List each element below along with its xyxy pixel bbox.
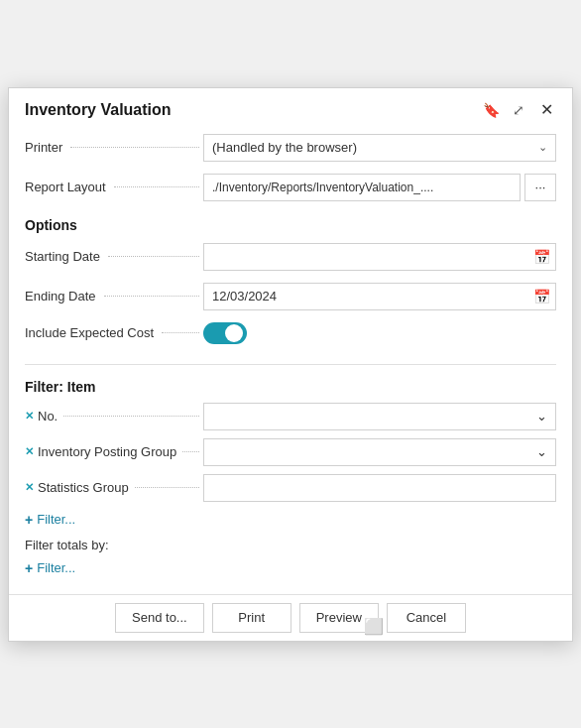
filter-no-dots xyxy=(63,416,199,417)
close-icon[interactable]: ✕ xyxy=(536,100,556,120)
add-item-filter-label: Filter... xyxy=(37,512,75,527)
filter-ipg-select[interactable]: ⌄ xyxy=(203,438,556,466)
add-item-filter-link[interactable]: + Filter... xyxy=(25,506,556,534)
add-totals-filter-link[interactable]: + Filter... xyxy=(25,554,556,582)
filter-sg-label: Statistics Group xyxy=(38,480,129,495)
starting-date-dots xyxy=(108,256,199,257)
dialog-body: Printer (Handled by the browser) ⌄ Repor… xyxy=(9,128,572,594)
printer-select[interactable]: (Handled by the browser) ⌄ xyxy=(203,134,556,162)
ending-date-calendar-icon[interactable]: 📅 xyxy=(533,289,550,304)
report-layout-label: Report Layout xyxy=(25,180,203,194)
include-expected-cost-row: Include Expected Cost xyxy=(25,316,556,350)
filter-no-row: ✕ No. ⌄ xyxy=(25,399,556,434)
include-expected-cost-label: Include Expected Cost xyxy=(25,325,203,340)
toggle-knob xyxy=(225,324,243,342)
report-layout-row: Report Layout ./Inventory/Reports/Invent… xyxy=(25,168,556,207)
filter-no-select[interactable]: ⌄ xyxy=(203,403,556,430)
filter-ipg-remove-icon[interactable]: ✕ xyxy=(25,445,34,458)
add-totals-filter-plus-icon: + xyxy=(25,560,33,576)
filter-sg-label-wrapper: ✕ Statistics Group xyxy=(25,480,203,495)
printer-label: Printer xyxy=(25,140,203,155)
filter-ipg-label: Inventory Posting Group xyxy=(38,444,176,459)
starting-date-control: 📅 xyxy=(203,243,556,271)
starting-date-label: Starting Date xyxy=(25,249,203,264)
printer-row: Printer (Handled by the browser) ⌄ xyxy=(25,128,556,168)
filter-ipg-chevron-icon: ⌄ xyxy=(536,444,547,459)
expand-icon[interactable]: ⤢ xyxy=(509,100,528,120)
add-totals-filter-label: Filter... xyxy=(37,560,75,575)
printer-dots xyxy=(70,147,199,148)
dialog-footer: Send to... Print Preview ⬜ Cancel xyxy=(9,594,572,641)
include-expected-cost-control xyxy=(203,322,556,344)
include-expected-cost-toggle[interactable] xyxy=(203,322,247,344)
report-layout-control: ./Inventory/Reports/InventoryValuation_.… xyxy=(203,174,556,201)
dialog-titlebar: Inventory Valuation 🔖 ⤢ ✕ xyxy=(9,88,572,128)
filter-sg-control xyxy=(203,474,556,502)
inventory-valuation-dialog: Inventory Valuation 🔖 ⤢ ✕ Printer (Handl… xyxy=(8,87,573,642)
include-cost-dots xyxy=(162,332,199,333)
printer-chevron-icon: ⌄ xyxy=(538,141,547,154)
filter-sg-dots xyxy=(135,487,199,488)
print-button[interactable]: Print xyxy=(212,603,291,633)
ending-date-label: Ending Date xyxy=(25,289,203,303)
ending-date-row: Ending Date 📅 xyxy=(25,277,556,316)
filter-no-remove-icon[interactable]: ✕ xyxy=(25,410,34,423)
cursor-icon: ⬜ xyxy=(364,617,384,636)
preview-button[interactable]: Preview ⬜ xyxy=(299,603,379,633)
filter-ipg-label-wrapper: ✕ Inventory Posting Group xyxy=(25,444,203,459)
bookmark-icon[interactable]: 🔖 xyxy=(481,100,501,120)
dialog-title: Inventory Valuation xyxy=(25,101,172,119)
report-layout-more-button[interactable]: ··· xyxy=(524,174,556,201)
options-section-title: Options xyxy=(25,207,556,237)
ending-date-input[interactable] xyxy=(203,283,556,310)
filter-no-chevron-icon: ⌄ xyxy=(536,409,547,424)
starting-date-calendar-icon[interactable]: 📅 xyxy=(533,249,550,265)
ending-date-control: 📅 xyxy=(203,283,556,310)
filter-ipg-dots xyxy=(182,451,199,452)
filter-ipg-control: ⌄ xyxy=(203,438,556,466)
filter-ipg-row: ✕ Inventory Posting Group ⌄ xyxy=(25,434,556,470)
filter-totals-label: Filter totals by: xyxy=(25,534,556,554)
report-layout-value[interactable]: ./Inventory/Reports/InventoryValuation_.… xyxy=(203,174,521,201)
filter-sg-input[interactable] xyxy=(203,474,556,502)
filter-sg-row: ✕ Statistics Group xyxy=(25,470,556,506)
filter-no-label-wrapper: ✕ No. xyxy=(25,409,203,424)
filter-no-label: No. xyxy=(38,409,58,424)
add-item-filter-plus-icon: + xyxy=(25,512,33,528)
report-layout-dots xyxy=(114,186,199,187)
printer-control: (Handled by the browser) ⌄ xyxy=(203,134,556,162)
ending-date-wrapper: 📅 xyxy=(203,283,556,310)
filter-sg-remove-icon[interactable]: ✕ xyxy=(25,481,34,494)
send-to-button[interactable]: Send to... xyxy=(115,603,204,633)
titlebar-icons: 🔖 ⤢ ✕ xyxy=(481,100,556,120)
ending-date-dots xyxy=(104,296,199,297)
starting-date-row: Starting Date 📅 xyxy=(25,237,556,277)
starting-date-wrapper: 📅 xyxy=(203,243,556,271)
starting-date-input[interactable] xyxy=(203,243,556,271)
filter-divider xyxy=(25,364,556,365)
filter-no-control: ⌄ xyxy=(203,403,556,430)
cancel-button[interactable]: Cancel xyxy=(387,603,466,633)
filter-item-title: Filter: Item xyxy=(25,371,556,399)
